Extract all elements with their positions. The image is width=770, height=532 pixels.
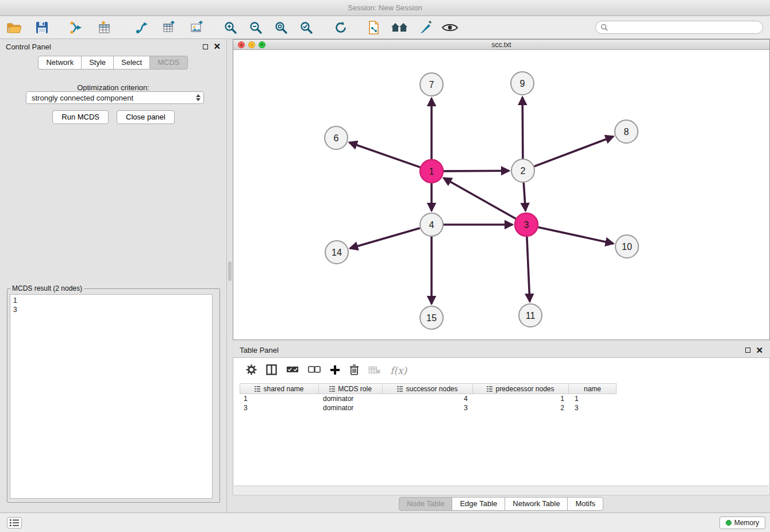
zoom-out-button[interactable]: [247, 19, 264, 36]
graph-node-label: 11: [526, 311, 536, 321]
graph-edge-1-6[interactable]: [349, 142, 421, 167]
memory-label: Memory: [734, 519, 759, 527]
graph-edge-2-3[interactable]: [523, 183, 525, 211]
tab-network[interactable]: Network: [38, 56, 82, 70]
show-hide-button[interactable]: [441, 19, 459, 36]
cell-mcds-role[interactable]: dominator: [319, 403, 384, 413]
search-box[interactable]: [595, 21, 763, 34]
graph-node-4[interactable]: 4: [420, 213, 443, 236]
graph-node-7[interactable]: 7: [420, 73, 443, 96]
graph-edge-2-9[interactable]: [522, 97, 523, 159]
optimization-dropdown[interactable]: strongly connected component: [26, 91, 204, 104]
window-close-icon[interactable]: x: [238, 41, 245, 48]
zoom-in-button[interactable]: [222, 19, 239, 36]
column-header-predecessor-nodes[interactable]: predecessor nodes: [472, 383, 569, 394]
mcds-result-list[interactable]: 1 3: [10, 294, 213, 499]
cell-shared-name[interactable]: 1: [240, 394, 319, 403]
graph-node-2[interactable]: 2: [511, 159, 534, 182]
tab-node-table[interactable]: Node Table: [399, 497, 453, 511]
column-header-shared-name[interactable]: shared name: [240, 383, 319, 394]
cell-successor-nodes[interactable]: 3: [384, 403, 475, 413]
graph-edge-2-8[interactable]: [534, 137, 614, 167]
column-header-name[interactable]: name: [568, 383, 617, 394]
network-view-window: x - + scc.txt 7968124314101511: [233, 39, 770, 340]
close-panel-button[interactable]: Close panel: [117, 110, 175, 124]
table-row[interactable]: 1 dominator 4 1 1: [240, 394, 769, 403]
network-canvas[interactable]: 7968124314101511: [233, 50, 769, 339]
add-column-button[interactable]: [330, 365, 340, 377]
tab-edge-table[interactable]: Edge Table: [452, 497, 505, 511]
graph-node-6[interactable]: 6: [325, 126, 348, 149]
tab-select[interactable]: Select: [113, 56, 150, 70]
tab-network-table[interactable]: Network Table: [505, 497, 568, 511]
graph-edge-1-2[interactable]: [444, 171, 509, 171]
graph-edge-3-10[interactable]: [538, 228, 614, 244]
window-titlebar: Session: New Session: [0, 0, 770, 16]
tab-mcds[interactable]: MCDS: [149, 56, 187, 70]
graph-node-8[interactable]: 8: [615, 120, 638, 143]
window-minimize-icon[interactable]: -: [248, 41, 255, 48]
graph-node-15[interactable]: 15: [420, 306, 443, 329]
table-toolbar: f(x): [233, 358, 769, 383]
column-header-successor-nodes[interactable]: successor nodes: [382, 383, 473, 394]
apply-layout-button[interactable]: [332, 19, 349, 36]
graph-node-label: 1: [429, 167, 434, 176]
graph-edge-3-11[interactable]: [527, 237, 530, 302]
memory-button[interactable]: Memory: [719, 516, 765, 529]
tab-motifs[interactable]: Motifs: [567, 497, 603, 511]
panel-splitter[interactable]: [228, 261, 232, 281]
eye-icon: [442, 23, 458, 32]
delete-column-button[interactable]: [349, 364, 359, 377]
graph-node-1[interactable]: 1: [420, 160, 443, 183]
export-table-button[interactable]: [161, 19, 178, 36]
tab-style[interactable]: Style: [81, 56, 114, 70]
cell-successor-nodes[interactable]: 4: [384, 394, 475, 403]
close-panel-icon[interactable]: ✕: [213, 44, 221, 49]
graph-node-11[interactable]: 11: [519, 304, 542, 327]
open-session-button[interactable]: [6, 19, 23, 36]
table-hscrollbar[interactable]: [234, 485, 769, 494]
graph-edge-4-14[interactable]: [350, 228, 420, 248]
graph-node-10[interactable]: 10: [615, 235, 638, 258]
cell-shared-name[interactable]: 3: [240, 403, 319, 413]
graph-node-9[interactable]: 9: [511, 72, 534, 95]
column-header-mcds-role[interactable]: MCDS role: [318, 383, 383, 394]
column-label: MCDS role: [338, 385, 372, 393]
window-zoom-icon[interactable]: +: [259, 41, 265, 48]
unchecked-boxes-icon: [308, 365, 321, 374]
zoom-selected-button[interactable]: [298, 19, 315, 36]
export-image-button[interactable]: [188, 19, 206, 36]
task-history-button[interactable]: [7, 517, 22, 529]
float-panel-icon[interactable]: [203, 44, 208, 49]
save-session-button[interactable]: [33, 19, 51, 36]
network-window-titlebar[interactable]: x - + scc.txt: [233, 40, 769, 50]
unselect-all-button[interactable]: [308, 365, 321, 376]
close-table-panel-icon[interactable]: ✕: [756, 348, 763, 353]
new-network-button[interactable]: [133, 19, 151, 36]
float-table-panel-icon[interactable]: [745, 348, 750, 353]
zoom-in-icon: [224, 21, 237, 34]
cell-predecessor-nodes[interactable]: 2: [475, 403, 571, 413]
import-table-button[interactable]: [95, 19, 113, 36]
run-mcds-button[interactable]: Run MCDS: [52, 110, 109, 124]
table-row[interactable]: 3 dominator 3 2 3: [240, 403, 769, 413]
list-icon: [10, 519, 19, 526]
search-input[interactable]: [611, 23, 758, 32]
cell-name[interactable]: 3: [571, 403, 619, 413]
cell-mcds-role[interactable]: dominator: [319, 394, 384, 403]
style-brush-button[interactable]: [416, 19, 433, 36]
graph-edge-3-1[interactable]: [444, 178, 516, 219]
select-all-button[interactable]: [286, 365, 299, 376]
network-overview-button[interactable]: [391, 19, 408, 36]
graph-node-14[interactable]: 14: [325, 241, 348, 264]
zoom-fit-button[interactable]: [272, 19, 290, 36]
show-columns-button[interactable]: [266, 364, 277, 377]
cell-name[interactable]: 1: [571, 394, 619, 403]
import-network-button[interactable]: [68, 19, 85, 36]
table-settings-button[interactable]: [246, 364, 257, 377]
table-header-row: shared name MCDS role successor nodes pr…: [240, 383, 769, 394]
cell-predecessor-nodes[interactable]: 1: [475, 394, 571, 403]
import-table-icon: [97, 21, 111, 34]
network-document-button[interactable]: [365, 19, 383, 36]
graph-node-3[interactable]: 3: [515, 213, 538, 236]
